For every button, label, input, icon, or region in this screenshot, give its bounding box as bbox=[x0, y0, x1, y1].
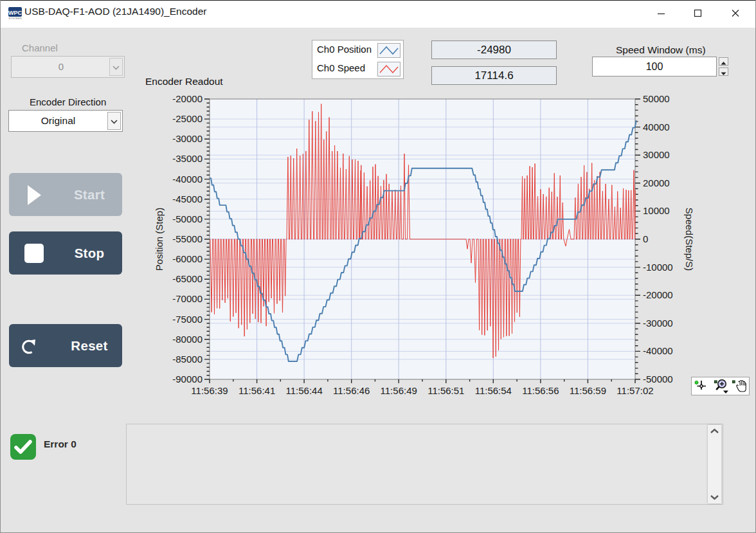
svg-text:Speed(Step/S): Speed(Step/S) bbox=[684, 208, 695, 271]
svg-text:-30000: -30000 bbox=[172, 133, 203, 144]
svg-text:11:56:59: 11:56:59 bbox=[570, 385, 606, 396]
svg-text:11:56:54: 11:56:54 bbox=[475, 385, 512, 396]
svg-text:11:56:39: 11:56:39 bbox=[191, 385, 228, 396]
svg-text:-60000: -60000 bbox=[172, 253, 203, 264]
svg-text:11:56:51: 11:56:51 bbox=[428, 385, 464, 396]
svg-text:11:56:56: 11:56:56 bbox=[522, 385, 559, 396]
svg-text:-40000: -40000 bbox=[643, 345, 673, 356]
svg-text:Position (Step): Position (Step) bbox=[154, 208, 165, 271]
svg-text:-45000: -45000 bbox=[172, 194, 203, 204]
svg-text:-30000: -30000 bbox=[643, 318, 673, 329]
svg-text:-65000: -65000 bbox=[172, 273, 203, 284]
svg-text:11:56:44: 11:56:44 bbox=[285, 385, 322, 396]
svg-text:-55000: -55000 bbox=[172, 233, 203, 244]
svg-text:-80000: -80000 bbox=[172, 334, 203, 345]
svg-text:-90000: -90000 bbox=[172, 374, 203, 384]
svg-text:-40000: -40000 bbox=[172, 174, 203, 185]
svg-text:10000: 10000 bbox=[643, 205, 670, 216]
svg-text:11:57:02: 11:57:02 bbox=[616, 385, 653, 396]
svg-text:-20000: -20000 bbox=[643, 289, 673, 300]
svg-text:-35000: -35000 bbox=[172, 153, 203, 164]
svg-text:50000: 50000 bbox=[643, 93, 670, 104]
svg-text:11:56:41: 11:56:41 bbox=[239, 385, 275, 396]
svg-text:11:56:49: 11:56:49 bbox=[381, 385, 417, 396]
svg-text:-50000: -50000 bbox=[643, 374, 673, 384]
svg-text:40000: 40000 bbox=[643, 122, 670, 132]
svg-text:0: 0 bbox=[643, 233, 648, 244]
svg-text:-10000: -10000 bbox=[643, 262, 673, 273]
svg-text:20000: 20000 bbox=[643, 177, 670, 188]
svg-text:-85000: -85000 bbox=[172, 354, 203, 365]
svg-text:-75000: -75000 bbox=[172, 314, 203, 325]
svg-text:30000: 30000 bbox=[643, 149, 670, 160]
svg-text:-25000: -25000 bbox=[172, 113, 203, 124]
svg-text:-50000: -50000 bbox=[172, 213, 203, 224]
svg-text:-70000: -70000 bbox=[172, 293, 203, 304]
svg-text:-20000: -20000 bbox=[172, 93, 203, 104]
svg-text:11:56:46: 11:56:46 bbox=[333, 385, 370, 396]
